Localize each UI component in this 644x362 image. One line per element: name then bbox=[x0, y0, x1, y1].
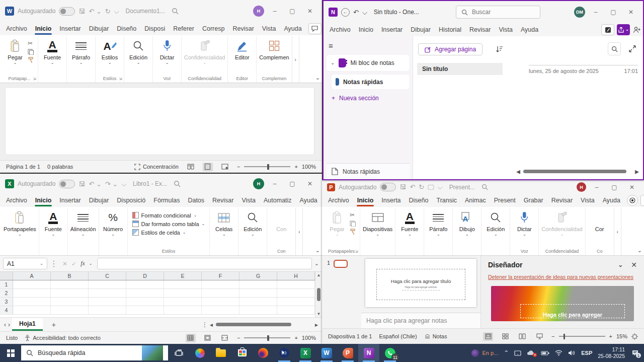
column-header[interactable]: H bbox=[277, 272, 315, 280]
language-label[interactable]: Español (Chile) bbox=[379, 333, 417, 339]
scroll-up-icon[interactable]: ▲ bbox=[317, 273, 321, 277]
tab-inicio[interactable]: Inicio bbox=[31, 22, 56, 35]
cut-icon[interactable]: ✂ bbox=[350, 211, 356, 219]
tab-disposicion[interactable]: Disposició bbox=[113, 194, 149, 207]
grid-cell[interactable] bbox=[202, 298, 239, 306]
tab-inicio[interactable]: Inicio bbox=[355, 23, 377, 36]
dictate-button[interactable]: Dictar⌄ bbox=[155, 38, 179, 65]
tab-animaciones[interactable]: Animac bbox=[461, 194, 490, 207]
minimize-button[interactable]: – bbox=[590, 184, 604, 191]
account-avatar[interactable]: DM bbox=[574, 7, 585, 18]
reading-view-icon[interactable] bbox=[517, 332, 527, 341]
close-button[interactable]: ✕ bbox=[624, 9, 638, 16]
grid-cell[interactable] bbox=[89, 306, 126, 314]
share-people-icon[interactable] bbox=[633, 26, 641, 33]
grid-cell[interactable] bbox=[51, 306, 89, 314]
tab-disposicion[interactable]: Disposi bbox=[140, 22, 169, 35]
taskbar-search-box[interactable]: Búsqueda rápida bbox=[21, 345, 168, 360]
scroll-down-icon[interactable]: ▼ bbox=[317, 312, 321, 316]
truncated-button[interactable]: Cor bbox=[588, 209, 611, 232]
scrollbar-thumb[interactable] bbox=[317, 288, 320, 301]
start-button[interactable] bbox=[0, 344, 21, 362]
tab-grabar[interactable]: Grabar bbox=[520, 194, 547, 207]
undo-icon[interactable]: ↶ bbox=[353, 9, 359, 16]
tab-correspondencia[interactable]: Corresp bbox=[198, 22, 228, 35]
grid-cell[interactable] bbox=[126, 280, 164, 288]
sheet-tab[interactable]: Hoja1 bbox=[12, 318, 43, 331]
tab-archivo[interactable]: Archivo bbox=[2, 22, 31, 35]
tab-dibujar[interactable]: Dibujar bbox=[407, 23, 435, 36]
zoom-slider[interactable] bbox=[244, 166, 290, 167]
ribbon-more-button[interactable]: › bbox=[614, 208, 621, 255]
wifi-icon[interactable] bbox=[555, 350, 562, 356]
grid-cell[interactable] bbox=[277, 298, 315, 306]
copy-icon[interactable] bbox=[350, 221, 356, 227]
zoom-in-icon[interactable]: + bbox=[294, 335, 297, 341]
tab-revisar[interactable]: Revisar bbox=[228, 22, 258, 35]
clipboard-button[interactable]: Portapapeles⌄ bbox=[4, 209, 36, 237]
normal-view-icon[interactable] bbox=[483, 332, 493, 341]
record-button[interactable] bbox=[627, 195, 638, 206]
styles-dialog-launcher[interactable]: ⇲ bbox=[119, 77, 122, 81]
undo-icon[interactable]: ↶ ⌄ bbox=[89, 8, 101, 15]
format-painter-icon[interactable] bbox=[350, 229, 356, 235]
grid-cell[interactable] bbox=[126, 298, 164, 306]
column-header[interactable]: C bbox=[89, 272, 126, 280]
grid-cell[interactable] bbox=[277, 289, 315, 297]
grid-cell[interactable] bbox=[277, 306, 315, 314]
sort-icon[interactable] bbox=[496, 46, 503, 53]
zoom-out-icon[interactable]: − bbox=[237, 164, 240, 170]
quick-notes-footer[interactable]: Notas rápidas bbox=[327, 163, 410, 179]
tab-vista[interactable]: Vista bbox=[577, 194, 599, 207]
file-explorer-icon[interactable] bbox=[210, 344, 231, 362]
teams-present-button[interactable] bbox=[640, 195, 644, 206]
read-mode-icon[interactable] bbox=[186, 163, 196, 171]
maximize-button[interactable]: ▢ bbox=[606, 9, 620, 16]
tab-inicio[interactable]: Inicio bbox=[31, 194, 56, 207]
tab-datos[interactable]: Datos bbox=[184, 194, 208, 207]
zoom-out-icon[interactable]: − bbox=[551, 333, 554, 339]
cancel-icon[interactable]: ✕ bbox=[62, 260, 67, 267]
account-avatar[interactable]: H bbox=[253, 6, 264, 17]
sensitivity-button[interactable]: Confidencialidad⌄ bbox=[184, 38, 225, 65]
column-header[interactable]: E bbox=[164, 272, 202, 280]
blue-app-icon[interactable] bbox=[274, 344, 295, 362]
taskbar-clock[interactable]: 17:11 25-08-2025 bbox=[598, 346, 625, 359]
volume-icon[interactable] bbox=[568, 350, 576, 356]
close-button[interactable]: ✕ bbox=[303, 8, 317, 15]
add-page-button[interactable]: Agregar página bbox=[418, 43, 482, 55]
maximize-button[interactable]: ▢ bbox=[285, 8, 299, 15]
language-indicator[interactable]: ESP bbox=[581, 350, 592, 356]
battery-icon[interactable] bbox=[541, 350, 549, 356]
tab-automatizar[interactable]: Automatiz bbox=[260, 194, 296, 207]
word-page[interactable] bbox=[5, 87, 314, 155]
search-icon[interactable] bbox=[481, 184, 488, 190]
grid-cell[interactable] bbox=[13, 298, 51, 306]
tablet-mode-icon[interactable] bbox=[514, 350, 521, 356]
tab-ayuda[interactable]: Ayuda bbox=[296, 194, 321, 207]
addins-button[interactable]: Complemen bbox=[259, 38, 289, 60]
more-commands-icon[interactable]: ⌵ bbox=[121, 181, 126, 187]
grid-cell[interactable] bbox=[13, 280, 51, 288]
minimize-button[interactable]: – bbox=[268, 180, 282, 187]
grid-cell[interactable] bbox=[202, 280, 239, 288]
row-header[interactable]: 3 bbox=[0, 298, 13, 306]
news-widget[interactable]: En p... bbox=[471, 349, 498, 357]
cells-button[interactable]: Celdas⌄ bbox=[212, 209, 235, 237]
close-button[interactable]: ✕ bbox=[303, 180, 317, 187]
tab-vista[interactable]: Vista bbox=[495, 23, 517, 36]
taskbar-powerpoint-icon[interactable]: P bbox=[337, 344, 358, 362]
undo-icon[interactable]: ↶ bbox=[410, 184, 415, 190]
tab-ayuda[interactable]: Ayuda bbox=[280, 22, 305, 35]
row-header[interactable]: 1 bbox=[0, 280, 13, 288]
paragraph-button[interactable]: Párrafo⌄ bbox=[69, 38, 93, 65]
grid-cell[interactable] bbox=[239, 289, 277, 297]
scroll-left-icon[interactable]: ◂ bbox=[210, 321, 213, 328]
scrollbar-thumb[interactable] bbox=[523, 170, 626, 173]
zoom-slider[interactable] bbox=[559, 336, 605, 337]
zoom-level[interactable]: 15% bbox=[616, 333, 627, 339]
scrollbar-thumb[interactable] bbox=[216, 323, 291, 326]
editor-button[interactable]: Editor bbox=[230, 38, 254, 60]
grid-cell[interactable] bbox=[51, 289, 89, 297]
microsoft-store-icon[interactable] bbox=[231, 344, 253, 362]
